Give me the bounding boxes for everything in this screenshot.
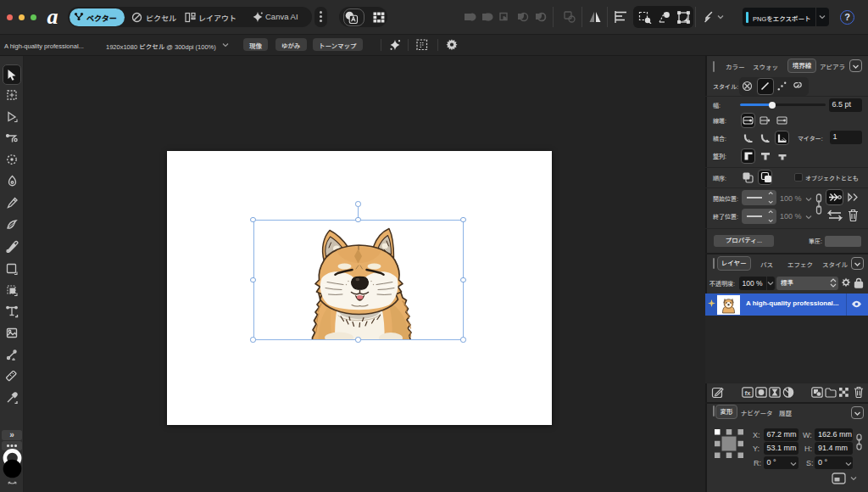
svg-text:fx: fx — [744, 389, 751, 397]
